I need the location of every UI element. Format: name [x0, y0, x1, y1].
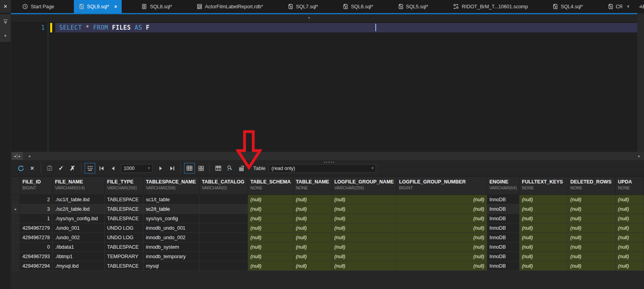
grid-cell[interactable]: (null) — [616, 204, 644, 214]
next-page-button[interactable] — [155, 163, 166, 174]
grid-cell[interactable]: (null) — [568, 242, 615, 252]
grid-cell[interactable]: (null) — [332, 214, 397, 223]
grid-cell[interactable]: (null) — [519, 233, 568, 242]
grid-cell[interactable]: sys/sys_config — [143, 214, 200, 223]
grid-cell[interactable]: (null) — [396, 223, 487, 233]
splitter-grip[interactable] — [324, 162, 334, 163]
grid-cell[interactable]: innodb_undo_001 — [143, 223, 200, 233]
grid-cell[interactable]: (null) — [293, 223, 332, 233]
grid-cell[interactable]: ./ibdata1 — [53, 242, 105, 252]
column-header-fulltext_keys[interactable]: FULLTEXT_KEYSNONE — [519, 177, 568, 195]
grid-cell[interactable]: (null) — [519, 242, 568, 252]
grid-cell[interactable]: (null) — [616, 223, 644, 233]
grid-cell[interactable]: ./sc1/t_table.ibd — [53, 195, 105, 204]
grid-cell[interactable]: 0 — [20, 242, 53, 252]
accept-changes-button[interactable]: ✓ — [56, 163, 66, 174]
table-row[interactable]: 4294967294./mysql.ibdTABLESPACEmysql(nul… — [12, 261, 644, 271]
grid-cell[interactable]: (null) — [519, 214, 568, 223]
tab-actorfilmlabelreport-rdb-[interactable]: ActorFilmLabelReport.rdb* — [192, 0, 268, 13]
row-selector[interactable] — [12, 195, 20, 204]
table-row[interactable]: 1./sys/sys_config.ibdTABLESPACEsys/sys_c… — [12, 214, 644, 223]
grid-cell[interactable]: (null) — [568, 223, 615, 233]
grid-cell[interactable] — [199, 204, 248, 214]
grid-cell[interactable] — [199, 233, 248, 242]
row-selector-header[interactable] — [12, 177, 20, 195]
grid-cell[interactable]: (null) — [568, 252, 615, 261]
tab-list-dropdown-icon[interactable]: ▼ — [626, 5, 630, 9]
grid-cell[interactable]: (null) — [332, 261, 397, 271]
grid-cell[interactable]: InnoDB — [487, 204, 519, 214]
table-row[interactable]: 0./ibdata1TABLESPACEinnodb_system(null)(… — [12, 242, 644, 252]
form-view-button[interactable] — [196, 163, 206, 174]
grid-cell[interactable] — [199, 242, 248, 252]
grid-cell[interactable]: (null) — [616, 252, 644, 261]
grid-cell[interactable]: (null) — [396, 261, 487, 271]
grid-cell[interactable]: (null) — [332, 252, 397, 261]
row-selector[interactable] — [12, 214, 20, 223]
grid-cell[interactable]: (null) — [616, 242, 644, 252]
grid-cell[interactable]: (null) — [396, 214, 487, 223]
table-row[interactable]: 4294967279./undo_001UNDO LOGinnodb_undo_… — [12, 223, 644, 233]
grid-cell[interactable]: (null) — [396, 252, 487, 261]
grid-cell[interactable]: mysql — [143, 261, 200, 271]
grid-cell[interactable]: (null) — [616, 261, 644, 271]
grid-cell[interactable]: 4294967293 — [20, 252, 53, 261]
find-in-results-button[interactable] — [224, 163, 235, 174]
grid-cell[interactable] — [199, 195, 248, 204]
scroll-right-icon[interactable]: ▸ — [635, 152, 643, 160]
grid-cell[interactable]: TABLESPACE — [105, 261, 143, 271]
fetch-mode-button[interactable] — [85, 163, 95, 174]
editor-context-dropdown[interactable] — [11, 14, 315, 23]
splitter-handle-icon[interactable]: ◂│▸ — [12, 152, 23, 160]
grid-cell[interactable]: (null) — [248, 204, 293, 214]
grid-cell[interactable]: UNDO LOG — [105, 223, 143, 233]
grid-cell[interactable]: (null) — [248, 195, 293, 204]
table-mode-combo[interactable]: (read only) ▾ — [269, 164, 376, 173]
grid-cell[interactable]: (null) — [568, 261, 615, 271]
refresh-results-button[interactable] — [15, 163, 26, 174]
grid-cell[interactable]: (null) — [616, 195, 644, 204]
commit-changes-button[interactable] — [44, 163, 55, 174]
row-selector[interactable] — [12, 261, 20, 271]
grid-cell[interactable]: (null) — [519, 223, 568, 233]
column-header-file_id[interactable]: FILE_IDBIGINT — [20, 177, 53, 195]
column-header-engine[interactable]: ENGINEVARCHAR(64) — [487, 177, 519, 195]
grid-cell[interactable]: InnoDB — [487, 233, 519, 242]
grid-cell[interactable]: ./undo_002 — [53, 233, 105, 242]
page-size-combo[interactable]: 1000▾ — [121, 164, 153, 173]
grid-cell[interactable]: ./sys/sys_config.ibd — [53, 214, 105, 223]
grid-cell[interactable]: (null) — [519, 195, 568, 204]
close-pane-icon[interactable]: × — [4, 4, 7, 9]
grid-cell[interactable]: (null) — [396, 195, 487, 204]
grid-cell[interactable]: InnoDB — [487, 223, 519, 233]
grid-cell[interactable]: (null) — [519, 261, 568, 271]
column-header-file_name[interactable]: FILE_NAMEVARCHAR(514) — [53, 177, 105, 195]
column-header-table_schema[interactable]: TABLE_SCHEMANONE — [248, 177, 293, 195]
grid-cell[interactable]: (null) — [293, 233, 332, 242]
grid-cell[interactable]: (null) — [616, 214, 644, 223]
grid-cell[interactable]: InnoDB — [487, 242, 519, 252]
grid-cell[interactable]: InnoDB — [487, 195, 519, 204]
row-selector[interactable] — [12, 233, 20, 242]
grid-cell[interactable]: (null) — [396, 242, 487, 252]
tab-sql7-sql-[interactable]: SQL7.sql* — [283, 0, 323, 13]
grid-cell[interactable]: 1 — [20, 214, 53, 223]
grid-cell[interactable]: (null) — [248, 261, 293, 271]
table-row[interactable]: 4294967278./undo_002UNDO LOGinnodb_undo_… — [12, 233, 644, 242]
grid-cell[interactable]: sc1/t_table — [143, 195, 200, 204]
grid-cell[interactable]: TABLESPACE — [105, 214, 143, 223]
grid-cell[interactable]: (null) — [332, 242, 397, 252]
table-row[interactable]: 4294967293./ibtmp1TEMPORARYinnodb_tempor… — [12, 252, 644, 261]
grid-cell[interactable]: TABLESPACE — [105, 242, 143, 252]
scroll-left-icon[interactable]: ◂ — [25, 152, 33, 160]
column-header-logfile_group_name[interactable]: LOGFILE_GROUP_NAMEVARCHAR(256) — [332, 177, 397, 195]
grid-cell[interactable]: UNDO LOG — [105, 233, 143, 242]
grid-cell[interactable]: (null) — [568, 233, 615, 242]
column-header-tablespace_name[interactable]: TABLESPACE_NAMEVARCHAR(268) — [143, 177, 200, 195]
scroll-up-icon[interactable]: ▲ — [4, 34, 7, 37]
grid-cell[interactable]: (null) — [293, 242, 332, 252]
grid-view-button[interactable] — [184, 163, 195, 174]
grid-cell[interactable]: innodb_undo_002 — [143, 233, 200, 242]
grid-cell[interactable]: TEMPORARY — [105, 252, 143, 261]
column-header-upda[interactable]: UPDANONE — [616, 177, 644, 195]
